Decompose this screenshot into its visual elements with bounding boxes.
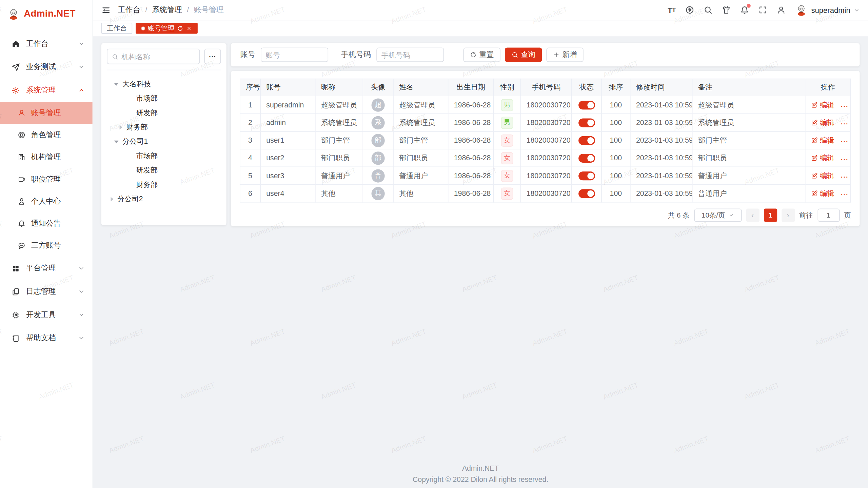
more-actions-button[interactable]: ···: [841, 191, 849, 198]
sidebar-item-workbench[interactable]: 工作台: [0, 32, 93, 56]
prev-page-button[interactable]: ‹: [746, 209, 759, 222]
fullscreen-icon[interactable]: [758, 5, 767, 14]
sidebar-item-help-docs[interactable]: 帮助文档: [0, 326, 93, 350]
username: superadmin: [811, 6, 850, 14]
tab-account-management[interactable]: 账号管理: [136, 23, 198, 34]
sidebar-item-third-party-account[interactable]: 三方账号: [0, 235, 93, 257]
more-actions-button[interactable]: ···: [841, 120, 849, 127]
chevron-up-icon: [78, 87, 85, 94]
status-toggle[interactable]: [578, 136, 595, 145]
more-actions-button[interactable]: ···: [841, 156, 849, 163]
sidebar-menu: 工作台 业务测试 系统管理 账号管理 角色管理: [0, 32, 93, 350]
search-icon: [512, 52, 518, 58]
more-actions-button[interactable]: ···: [841, 103, 849, 109]
caret-down-icon[interactable]: [114, 140, 118, 143]
tree-node[interactable]: 市场部: [107, 91, 221, 105]
tree-node[interactable]: 大名科技: [107, 77, 221, 91]
sidebar-item-log-management[interactable]: 日志管理: [0, 280, 93, 303]
account-input[interactable]: [261, 47, 328, 62]
sidebar-item-platform-management[interactable]: 平台管理: [0, 257, 93, 280]
tree-node[interactable]: 研发部: [107, 106, 221, 120]
status-toggle[interactable]: [578, 154, 595, 163]
next-page-button[interactable]: ›: [781, 209, 794, 222]
logo[interactable]: Admin.NET: [0, 0, 93, 28]
reset-button[interactable]: 重置: [463, 47, 500, 62]
status-toggle[interactable]: [578, 189, 595, 198]
sidebar-item-system-management[interactable]: 系统管理: [0, 79, 93, 102]
chevron-down-icon: [78, 64, 85, 70]
status-toggle[interactable]: [578, 171, 595, 180]
tab-workbench[interactable]: 工作台: [101, 23, 132, 34]
language-icon[interactable]: [686, 5, 694, 14]
add-button[interactable]: 新增: [546, 47, 583, 62]
caret-right-icon[interactable]: [111, 197, 114, 201]
sidebar-item-account-management[interactable]: 账号管理: [0, 102, 93, 124]
tree-node[interactable]: 市场部: [107, 149, 221, 163]
user-menu[interactable]: superadmin: [795, 4, 860, 17]
table-row: 6 user4 其他 其 其他 1986-06-28 女 18020030720…: [240, 184, 851, 202]
tree-node[interactable]: 研发部: [107, 163, 221, 178]
edit-button[interactable]: 编辑: [811, 153, 834, 163]
more-actions-button[interactable]: ···: [841, 174, 849, 180]
more-actions-button[interactable]: ···: [841, 138, 849, 145]
page-unit-label: 页: [844, 210, 851, 220]
edit-icon: [811, 102, 818, 108]
avatar: 系: [372, 116, 385, 129]
tree-node[interactable]: 财务部: [107, 120, 221, 134]
org-more-button[interactable]: ...: [204, 49, 221, 64]
breadcrumb-item[interactable]: 系统管理: [152, 5, 182, 15]
tree-node[interactable]: 财务部: [107, 178, 221, 192]
badge-icon: [18, 176, 25, 183]
sidebar-item-dev-tools[interactable]: 开发工具: [0, 303, 93, 327]
breadcrumb-item[interactable]: 工作台: [118, 5, 140, 15]
breadcrumb-separator: /: [145, 6, 147, 14]
font-size-icon[interactable]: TT: [667, 5, 676, 14]
edit-button[interactable]: 编辑: [811, 171, 834, 181]
edit-button[interactable]: 编辑: [811, 100, 834, 110]
bell-icon: [18, 220, 25, 227]
status-toggle[interactable]: [578, 101, 595, 109]
system-management-submenu: 账号管理 角色管理 机构管理 职位管理 个人中心: [0, 102, 93, 257]
org-search-input[interactable]: [121, 52, 195, 60]
caret-down-icon[interactable]: [114, 83, 118, 85]
search-button[interactable]: 查询: [505, 47, 542, 62]
status-toggle[interactable]: [578, 118, 595, 127]
sidebar-item-role-management[interactable]: 角色管理: [0, 124, 93, 146]
user-avatar: [795, 4, 808, 17]
phone-input[interactable]: [376, 47, 444, 62]
current-page[interactable]: 1: [764, 209, 777, 222]
sidebar-item-personal-center[interactable]: 个人中心: [0, 190, 93, 212]
person-icon: [18, 198, 25, 205]
gender-badge: 女: [501, 152, 513, 164]
sidebar-item-notice[interactable]: 通知公告: [0, 212, 93, 235]
chevron-down-icon: [78, 311, 85, 318]
edit-button[interactable]: 编辑: [811, 188, 834, 198]
close-icon[interactable]: [186, 25, 192, 31]
edit-icon: [811, 190, 818, 197]
active-tab-dot: [141, 26, 145, 30]
menu-fold-icon[interactable]: [101, 5, 111, 15]
sidebar-item-org-management[interactable]: 机构管理: [0, 146, 93, 168]
refresh-icon[interactable]: [177, 25, 183, 31]
search-icon[interactable]: [704, 5, 713, 14]
tree-node[interactable]: 分公司1: [107, 135, 221, 149]
gender-badge: 男: [501, 117, 513, 129]
sidebar-item-position-management[interactable]: 职位管理: [0, 168, 93, 190]
page-size-select[interactable]: 10条/页: [694, 209, 742, 222]
avatar: 部: [372, 151, 385, 165]
edit-button[interactable]: 编辑: [811, 135, 834, 145]
logo-monk-icon: [7, 7, 20, 20]
table-row: 4 user2 部门职员 部 部门职员 1986-06-28 女 1802003…: [240, 149, 851, 167]
theme-shirt-icon[interactable]: [722, 5, 731, 14]
avatar: 其: [372, 187, 385, 200]
user-table-panel: 序号 账号 昵称 头像 姓名 出生日期 性别 手机号码 状态 排序 修改时间: [231, 71, 860, 226]
edit-button[interactable]: 编辑: [811, 118, 834, 127]
tree-node[interactable]: 分公司2: [107, 192, 221, 206]
caret-right-icon[interactable]: [120, 125, 122, 129]
profile-icon[interactable]: [777, 5, 786, 14]
notification-bell-icon[interactable]: [741, 5, 749, 14]
refresh-icon: [470, 52, 477, 58]
org-search-box: [107, 49, 200, 64]
sidebar-item-business-test[interactable]: 业务测试: [0, 55, 93, 79]
goto-page-input[interactable]: [817, 209, 840, 222]
